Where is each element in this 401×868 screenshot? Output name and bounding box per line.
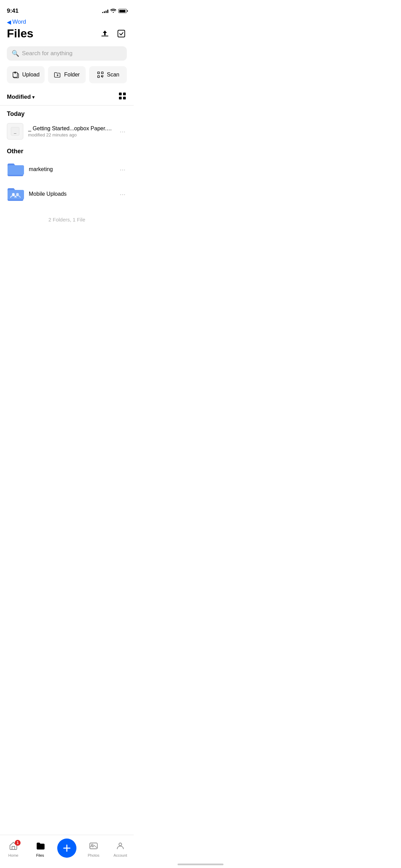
svg-rect-4 (98, 72, 100, 74)
section-other: Other (0, 143, 134, 157)
file-thumbnail: _ (7, 123, 23, 140)
folder-action-label: Folder (64, 72, 80, 78)
svg-rect-1 (101, 36, 108, 36)
scan-action-button[interactable]: Scan (89, 66, 127, 83)
svg-rect-7 (119, 93, 122, 95)
select-button[interactable] (116, 28, 127, 39)
folder-name: marketing (29, 166, 113, 172)
folder-icon (7, 162, 24, 177)
svg-rect-10 (123, 97, 126, 99)
folder-info: marketing (29, 166, 113, 172)
file-info: _ Getting Started...opbox Paper.paper mo… (28, 125, 113, 137)
status-icons (102, 8, 127, 14)
page-header: Files (0, 25, 134, 44)
status-time: 9:41 (7, 8, 19, 14)
svg-rect-6 (98, 76, 100, 78)
svg-rect-5 (101, 72, 104, 74)
svg-text:_: _ (14, 129, 16, 134)
files-summary: 2 Folders, 1 File (0, 206, 134, 233)
search-icon: 🔍 (12, 50, 19, 57)
search-container[interactable]: 🔍 Search for anything (7, 46, 127, 61)
search-bar[interactable]: 🔍 Search for anything (7, 46, 127, 61)
sort-chevron-icon: ▾ (32, 95, 35, 100)
folder-info: Mobile Uploads (29, 191, 113, 197)
back-arrow-icon: ◀ (7, 19, 11, 25)
upload-action-button[interactable]: Upload (7, 66, 45, 83)
folder-name: Mobile Uploads (29, 191, 113, 197)
battery-icon (118, 9, 127, 13)
sort-selector[interactable]: Modified ▾ (7, 94, 35, 100)
status-bar: 9:41 (0, 0, 134, 17)
svg-point-13 (12, 193, 15, 196)
svg-point-14 (16, 193, 19, 196)
search-input[interactable]: Search for anything (22, 50, 72, 57)
back-nav[interactable]: ◀ Word (0, 17, 134, 25)
sort-bar: Modified ▾ (0, 90, 134, 106)
action-buttons: Upload Folder Scan (0, 66, 134, 90)
folder-people-icon (7, 186, 24, 202)
svg-rect-9 (119, 97, 122, 99)
file-more-button[interactable]: ··· (118, 126, 127, 137)
svg-rect-2 (118, 30, 125, 37)
sort-label-text: Modified (7, 94, 31, 100)
file-meta: modified 22 minutes ago (28, 132, 113, 137)
folder-more-button[interactable]: ··· (118, 164, 127, 175)
list-item[interactable]: marketing ··· (0, 157, 134, 182)
folder-more-button[interactable]: ··· (118, 189, 127, 200)
file-name: _ Getting Started...opbox Paper.paper (28, 125, 113, 132)
section-today: Today (0, 106, 134, 120)
folder-action-button[interactable]: Folder (48, 66, 86, 83)
svg-rect-8 (123, 93, 126, 95)
header-actions (99, 28, 127, 39)
signal-icon (102, 9, 108, 13)
back-label[interactable]: Word (12, 19, 26, 25)
wifi-icon (110, 8, 116, 14)
upload-button[interactable] (99, 28, 110, 39)
page-title: Files (7, 27, 33, 40)
list-item[interactable]: _ _ Getting Started...opbox Paper.paper … (0, 120, 134, 143)
list-item[interactable]: Mobile Uploads ··· (0, 182, 134, 206)
grid-toggle-button[interactable] (118, 92, 127, 103)
scan-action-label: Scan (107, 72, 119, 78)
upload-action-label: Upload (22, 72, 40, 78)
